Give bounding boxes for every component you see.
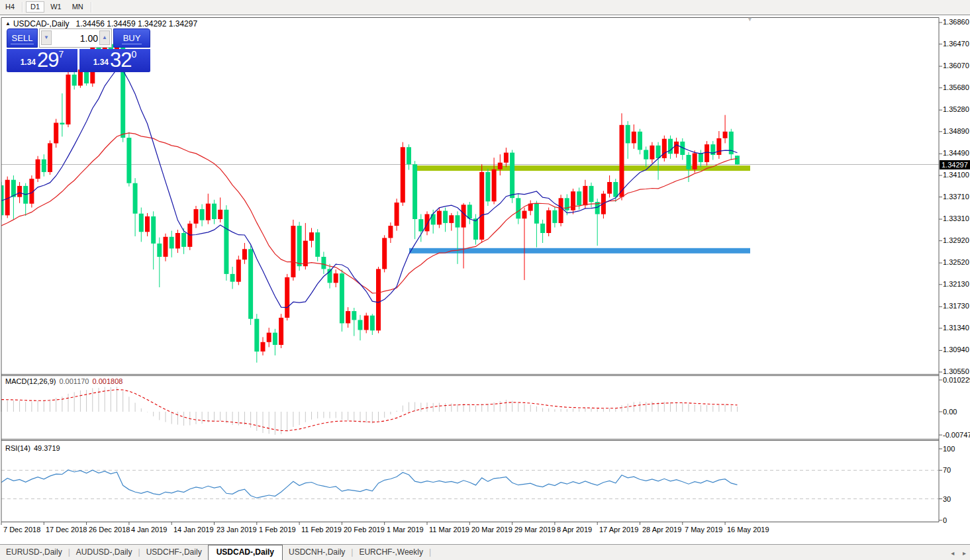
volume-spinner: ▼ ▲ [39,28,112,48]
date-axis-label: 23 Jan 2019 [217,526,257,534]
date-axis-label: 7 May 2019 [685,526,722,534]
macd-main-value: 0.001170 [59,377,89,385]
timeframe-button-mn[interactable]: MN [68,1,88,13]
tab-list: EURUSD-,Daily|AUDUSD-,Daily|USDCHF-,Dail… [0,545,431,557]
chart-window: ▲USDCAD-,Daily1.34456 1.34459 1.34292 1.… [0,15,970,544]
price-axis-label: 1.35680 [943,83,969,91]
price-axis-label: 1.32520 [943,258,969,266]
price-axis-label: 1.34100 [943,171,969,179]
price-axis-label: 1.36470 [943,40,969,48]
tab-scroll-controls: ◂ ▸ [944,549,966,557]
date-axis-label: 4 Jan 2019 [131,526,167,534]
sell-button[interactable]: SELL [7,28,38,48]
buy-price-big: 32 [110,48,131,71]
tab-usdchf-daily[interactable]: USDCHF-,Daily [140,545,208,560]
sell-price-display[interactable]: 1.34297 [7,49,77,72]
date-axis-label: 1 Mar 2019 [387,526,424,534]
rsi-axis-label: 30 [943,495,951,503]
date-axis-label: 16 May 2019 [727,526,769,534]
date-axis-label: 20 Mar 2019 [471,526,512,534]
date-axis-label: 20 Feb 2019 [344,526,385,534]
one-click-trading-panel: SELL ▼ ▲ BUY 1.34297 1.34320 [7,28,150,72]
price-axis-label: 1.34890 [943,127,969,135]
macd-name: MACD(12,26,9) [5,377,56,385]
chart-tab-bar: EURUSD-,Daily|AUDUSD-,Daily|USDCHF-,Dail… [0,544,970,560]
price-axis-label: 1.35280 [943,105,969,113]
macd-signal-value: 0.001808 [93,377,123,385]
tab-scroll-right-icon[interactable]: ▸ [963,549,966,557]
date-axis-label: 17 Apr 2019 [599,526,638,534]
price-axis-label: 1.33710 [943,193,969,201]
date-axis-label: 29 Mar 2019 [514,526,556,534]
date-axis-label: 8 Apr 2019 [557,526,592,534]
buy-button[interactable]: BUY [113,28,150,48]
trade-panel-top-row: SELL ▼ ▲ BUY [7,28,150,48]
tab-scroll-left-icon[interactable]: ◂ [951,549,954,557]
date-axis-label: 7 Dec 2018 [3,526,40,534]
price-axis-label: 1.31340 [943,324,969,332]
chart-shift-marker[interactable]: ▼ [747,16,753,23]
macd-indicator-label: MACD(12,26,9)0.0011700.001808 [5,377,122,385]
chart-title: ▲USDCAD-,Daily1.34456 1.34459 1.34292 1.… [5,19,197,28]
chart-ohlc-values: 1.34456 1.34459 1.34292 1.34297 [76,19,198,28]
rsi-axis-label: 100 [943,445,955,453]
macd-axis-label: -0.007477 [943,431,970,439]
date-axis-label: 11 Feb 2019 [301,526,342,534]
volume-decrease-button[interactable]: ▼ [41,30,52,45]
toolbar-separator [91,2,92,13]
date-axis-label: 14 Jan 2019 [173,526,214,534]
tab-usdcnh-daily[interactable]: USDCNH-,Daily [283,545,351,560]
resistance-band [416,165,750,171]
volume-increase-button[interactable]: ▲ [99,30,110,45]
date-axis-label: 26 Dec 2018 [89,526,130,534]
price-axis-label: 1.34490 [943,149,969,157]
support-band [409,248,750,254]
price-axis-label: 1.36860 [943,18,969,26]
tab-separator: | [429,545,431,557]
current-price-tag: 1.34297 [940,160,970,169]
macd-axis-label: 0.00 [943,408,957,416]
sell-price-big: 29 [37,48,58,71]
price-axis-label: 1.32920 [943,236,969,244]
trade-panel-prices: 1.34297 1.34320 [7,49,150,72]
timeframe-button-h4[interactable]: H4 [1,1,19,13]
rsi-name: RSI(14) [5,444,30,452]
date-axis-label: 28 Apr 2019 [642,526,681,534]
sell-price-sup: 7 [59,49,64,60]
price-axis-label: 1.33310 [943,214,969,222]
price-axis-label: 1.31730 [943,302,969,310]
rsi-indicator-label: RSI(14)49.3719 [5,444,60,452]
buy-price-sup: 0 [132,49,137,60]
sell-price-prefix: 1.34 [21,58,36,67]
date-axis-label: 11 Mar 2019 [429,526,469,534]
price-axis-label: 1.36070 [943,62,969,70]
chart-symbol-label: USDCAD-,Daily [13,19,70,28]
rsi-value: 49.3719 [34,444,60,452]
tab-usdcad-daily[interactable]: USDCAD-,Daily [208,545,283,560]
macd-axis-label: 0.010229 [943,376,970,384]
price-axis-label: 1.32130 [943,280,969,288]
tab-eurchf-weekly[interactable]: EURCHF-,Weekly [353,545,428,560]
volume-input[interactable] [53,30,99,46]
buy-price-display[interactable]: 1.34320 [79,49,150,72]
price-axis-label: 1.30550 [943,367,969,375]
toolbar-separator [22,2,23,13]
timeframe-button-d1[interactable]: D1 [26,1,44,13]
buy-price-prefix: 1.34 [93,58,109,67]
collapse-arrow-icon[interactable]: ▲ [5,21,11,26]
rsi-axis-label: 70 [943,466,951,474]
price-axis-label: 1.30940 [943,346,969,353]
rsi-axis-label: 0 [943,516,947,524]
date-axis-label: 1 Feb 2019 [259,526,296,534]
tab-eurusd-daily[interactable]: EURUSD-,Daily [0,545,68,560]
date-axis-label: 17 Dec 2018 [46,526,87,534]
chart-canvas[interactable] [0,15,970,544]
timeframe-toolbar: H4D1W1MN [0,0,970,15]
timeframe-button-w1[interactable]: W1 [46,1,66,13]
buy-button-label: BUY [122,33,142,44]
mt4-window: H4D1W1MN ▲USDCAD-,Daily1.34456 1.34459 1… [0,0,970,560]
tab-audusd-daily[interactable]: AUDUSD-,Daily [70,545,138,560]
sell-button-label: SELL [11,33,34,44]
